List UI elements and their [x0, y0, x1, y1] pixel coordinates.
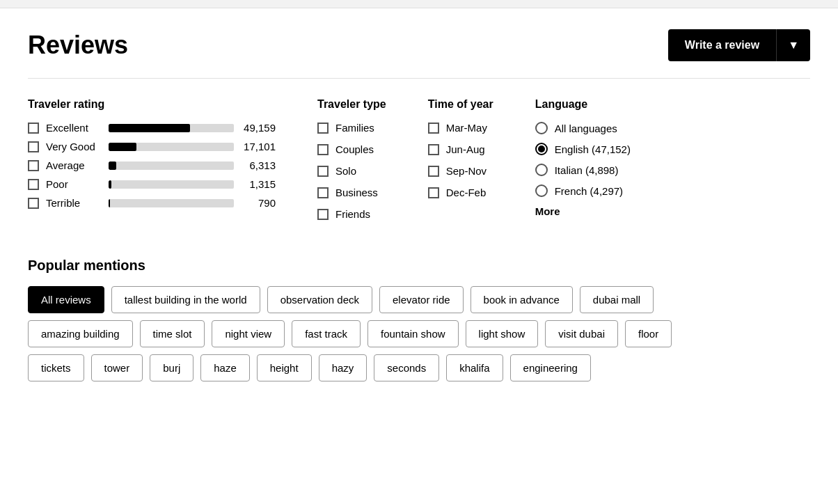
rating-checkbox[interactable] [28, 160, 39, 171]
language-radio[interactable] [535, 122, 548, 134]
filters-row: Traveler rating Excellent 49,159 Very Go… [28, 98, 810, 230]
rating-items: Excellent 49,159 Very Good 17,101 Averag… [28, 122, 276, 209]
tag-button[interactable]: fast track [292, 320, 361, 347]
rating-bar [109, 143, 234, 151]
rating-item[interactable]: Average 6,313 [28, 159, 276, 171]
traveler-type-list: Families Couples Solo Business Friends [317, 122, 386, 220]
rating-bar-fill [109, 180, 111, 189]
rating-item[interactable]: Excellent 49,159 [28, 122, 276, 134]
traveler-type-item[interactable]: Families [317, 122, 386, 134]
type-checkbox[interactable] [317, 123, 329, 134]
tag-button[interactable]: visit dubai [545, 320, 618, 347]
type-checkbox[interactable] [317, 166, 329, 177]
tag-button[interactable]: height [257, 354, 312, 381]
type-checkbox[interactable] [317, 209, 329, 220]
tag-button[interactable]: night view [212, 320, 285, 347]
time-of-year-list: Mar-May Jun-Aug Sep-Nov Dec-Feb [428, 122, 493, 198]
rating-bar [109, 180, 234, 189]
time-of-year-item[interactable]: Mar-May [428, 122, 493, 134]
type-label: Families [335, 122, 374, 134]
rating-bar [109, 162, 234, 170]
time-label: Mar-May [446, 122, 487, 134]
language-item[interactable]: English (47,152) [535, 143, 631, 155]
time-checkbox[interactable] [428, 123, 439, 134]
language-radio[interactable] [535, 143, 548, 155]
time-checkbox[interactable] [428, 187, 439, 198]
language-item[interactable]: All languages [535, 122, 631, 134]
traveler-type-item[interactable]: Solo [317, 165, 386, 177]
language-radio[interactable] [535, 164, 548, 176]
time-of-year-title: Time of year [428, 98, 493, 111]
language-label: French (4,297) [555, 185, 623, 197]
language-radio[interactable] [535, 184, 548, 197]
tag-button[interactable]: light show [466, 320, 539, 347]
tag-button[interactable]: khalifa [446, 354, 503, 381]
tag-button[interactable]: haze [200, 354, 250, 381]
tag-button[interactable]: observation deck [267, 286, 372, 313]
language-item[interactable]: Italian (4,898) [535, 164, 631, 176]
tag-button[interactable]: amazing building [28, 320, 133, 347]
tag-button[interactable]: tower [91, 354, 143, 381]
language-title: Language [535, 98, 631, 111]
rating-bar [109, 199, 234, 207]
tag-button[interactable]: floor [625, 320, 672, 347]
rating-checkbox[interactable] [28, 123, 39, 134]
rating-label: Poor [46, 178, 102, 190]
tag-button[interactable]: All reviews [28, 286, 104, 313]
write-review-dropdown-button[interactable]: ▼ [776, 29, 810, 61]
reviews-title: Reviews [28, 31, 128, 60]
rating-bar-fill [109, 162, 116, 170]
time-checkbox[interactable] [428, 166, 439, 177]
rating-item[interactable]: Poor 1,315 [28, 178, 276, 190]
traveler-type-item[interactable]: Couples [317, 143, 386, 155]
language-label: All languages [555, 123, 617, 134]
rating-item[interactable]: Terrible 790 [28, 197, 276, 209]
time-of-year-item[interactable]: Dec-Feb [428, 187, 493, 198]
time-checkbox[interactable] [428, 144, 439, 155]
type-checkbox[interactable] [317, 187, 329, 198]
rating-item[interactable]: Very Good 17,101 [28, 141, 276, 152]
traveler-type-item[interactable]: Friends [317, 208, 386, 220]
rating-bar [109, 124, 234, 132]
traveler-type-item[interactable]: Business [317, 187, 386, 198]
rating-count: 17,101 [241, 141, 276, 152]
more-languages-link[interactable]: More [535, 205, 631, 217]
time-of-year-item[interactable]: Sep-Nov [428, 165, 493, 177]
language-label: English (47,152) [555, 143, 631, 155]
rating-label: Excellent [46, 122, 102, 134]
traveler-type-title: Traveler type [317, 98, 386, 111]
traveler-rating-title: Traveler rating [28, 98, 276, 111]
type-label: Business [335, 187, 378, 198]
tag-button[interactable]: book in advance [471, 286, 573, 313]
tag-button[interactable]: dubai mall [580, 286, 654, 313]
traveler-rating-section: Traveler rating Excellent 49,159 Very Go… [28, 98, 276, 230]
tag-button[interactable]: burj [150, 354, 193, 381]
rating-checkbox[interactable] [28, 141, 39, 152]
time-of-year-item[interactable]: Jun-Aug [428, 143, 493, 155]
tag-button[interactable]: hazy [319, 354, 367, 381]
rating-bar-fill [109, 199, 110, 207]
tags-container: All reviewstallest building in the world… [28, 286, 810, 381]
language-item[interactable]: French (4,297) [535, 184, 631, 197]
language-section: Language All languages English (47,152) … [535, 98, 631, 230]
tag-button[interactable]: time slot [140, 320, 205, 347]
tag-button[interactable]: fountain show [367, 320, 459, 347]
time-label: Sep-Nov [446, 165, 487, 177]
tag-button[interactable]: elevator ride [379, 286, 464, 313]
tag-button[interactable]: tickets [28, 354, 84, 381]
type-checkbox[interactable] [317, 144, 329, 155]
rating-count: 6,313 [241, 159, 276, 171]
tags-row: amazing buildingtime slotnight viewfast … [28, 320, 810, 347]
radio-inner [538, 145, 545, 152]
type-label: Solo [335, 165, 356, 177]
rating-label: Terrible [46, 197, 102, 209]
type-label: Couples [335, 143, 374, 155]
tag-button[interactable]: seconds [374, 354, 439, 381]
rating-count: 1,315 [241, 178, 276, 190]
rating-checkbox[interactable] [28, 179, 39, 190]
time-of-year-section: Time of year Mar-May Jun-Aug Sep-Nov Dec… [428, 98, 493, 230]
write-review-button[interactable]: Write a review [668, 29, 776, 61]
tag-button[interactable]: engineering [510, 354, 591, 381]
tag-button[interactable]: tallest building in the world [111, 286, 260, 313]
rating-checkbox[interactable] [28, 198, 39, 209]
